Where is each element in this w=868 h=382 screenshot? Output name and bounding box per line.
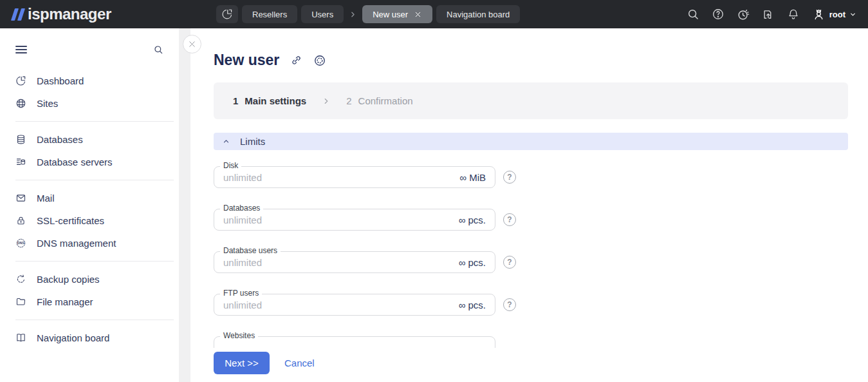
step-confirmation[interactable]: 2 Confirmation <box>346 95 412 106</box>
field-database-users: Database users ∞ pcs. ? <box>214 251 495 273</box>
sidebar-item-label: Sites <box>37 98 58 109</box>
tab-label: New user <box>373 10 408 19</box>
tab-bar: Resellers Users New user Navigation boar… <box>216 5 520 23</box>
field-label: Websites <box>220 331 258 340</box>
step-number: 1 <box>233 95 238 106</box>
close-form-button[interactable] <box>183 35 201 53</box>
folder-icon <box>15 296 26 307</box>
sidebar-divider <box>15 320 174 320</box>
user-menu[interactable]: root <box>812 8 856 21</box>
help-glyph: ? <box>507 300 512 309</box>
sidebar-item-label: DNS management <box>37 238 116 249</box>
field-unit: ∞ pcs. <box>459 300 486 310</box>
search-icon[interactable] <box>687 8 700 21</box>
help-glyph: ? <box>507 173 512 182</box>
topbar-actions: root <box>687 8 868 21</box>
field-label: Disk <box>220 161 241 170</box>
disk-input[interactable] <box>223 172 459 183</box>
help-circle-icon[interactable]: ? <box>503 298 516 311</box>
close-tab-icon[interactable] <box>414 10 422 19</box>
help-glyph: ? <box>507 215 512 224</box>
logo-text: ispmanager <box>28 5 111 23</box>
next-button[interactable]: Next >> <box>214 352 270 374</box>
dashboard-tab-button[interactable] <box>216 5 238 23</box>
title-row: New user <box>214 52 326 69</box>
sidebar-item-mail[interactable]: Mail <box>0 187 179 209</box>
sidebar-item-navigation-board[interactable]: Navigation board <box>0 327 179 349</box>
field-databases: Databases ∞ pcs. ? <box>214 209 495 231</box>
sidebar-item-databases[interactable]: Databases <box>0 128 179 151</box>
clock-icon[interactable] <box>737 8 750 21</box>
field-label: Databases <box>220 204 263 213</box>
wizard-stepper: 1 Main settings 2 Confirmation <box>214 82 848 119</box>
close-icon <box>187 39 197 49</box>
chevron-up-icon <box>222 137 230 146</box>
sidebar-header <box>0 28 179 61</box>
sidebar-item-ssl-certificates[interactable]: SSL-certificates <box>0 209 179 232</box>
folder-upload-icon[interactable] <box>762 8 775 21</box>
field-label: Database users <box>220 246 281 255</box>
tab-label: Users <box>311 10 333 19</box>
field-unit: ∞ pcs. <box>459 257 486 268</box>
logo-slashes-icon <box>13 8 23 21</box>
sidebar-item-sites[interactable]: Sites <box>0 92 179 115</box>
help-icon[interactable] <box>712 8 725 21</box>
step-number: 2 <box>346 95 351 106</box>
sidebar-divider <box>15 261 174 262</box>
user-crown-icon <box>812 8 826 21</box>
sidebar-divider <box>15 180 174 180</box>
sidebar-item-label: Database servers <box>37 157 113 167</box>
field-box: ∞ MiB <box>214 166 495 188</box>
tab-new-user[interactable]: New user <box>362 5 432 23</box>
bell-icon[interactable] <box>787 8 800 21</box>
top-bar: ispmanager Resellers Users New user <box>0 0 868 28</box>
sidebar-item-dashboard[interactable]: Dashboard <box>0 70 179 92</box>
cancel-button[interactable]: Cancel <box>284 352 315 374</box>
chevron-right-icon <box>349 10 357 19</box>
sidebar-search-icon[interactable] <box>153 44 163 55</box>
field-disk: Disk ∞ MiB ? <box>214 166 495 188</box>
tab-users[interactable]: Users <box>301 5 344 23</box>
limits-fields: Disk ∞ MiB ? Databases ∞ pcs. ? Database… <box>214 166 495 379</box>
lock-icon <box>15 215 26 226</box>
chevron-down-icon <box>849 11 856 18</box>
tab-navigation-board[interactable]: Navigation board <box>436 5 520 23</box>
sidebar-menu: Dashboard Sites Databases Database serve… <box>0 70 179 349</box>
svg-text:DNS: DNS <box>17 241 24 245</box>
section-title: Limits <box>240 136 265 147</box>
field-unit: ∞ MiB <box>459 172 486 183</box>
book-icon <box>15 332 26 343</box>
sidebar-item-dns-management[interactable]: DNS DNS management <box>0 232 179 254</box>
username: root <box>829 10 845 19</box>
databases-input[interactable] <box>223 215 459 225</box>
globe-icon <box>15 98 26 109</box>
pie-chart-icon <box>221 8 233 20</box>
limits-section-header[interactable]: Limits <box>214 133 848 150</box>
step-main-settings[interactable]: 1 Main settings <box>233 95 306 106</box>
link-icon[interactable] <box>290 54 302 66</box>
field-ftp-users: FTP users ∞ pcs. ? <box>214 294 495 316</box>
help-circle-icon[interactable]: ? <box>503 171 516 184</box>
field-unit: ∞ pcs. <box>459 215 486 225</box>
sidebar: Dashboard Sites Databases Database serve… <box>0 28 179 382</box>
help-circle-icon[interactable]: ? <box>503 213 516 226</box>
form-footer: Next >> Cancel <box>190 348 868 382</box>
sidebar-item-label: Mail <box>37 193 55 204</box>
gear-icon[interactable] <box>313 54 326 67</box>
app-logo[interactable]: ispmanager <box>0 5 216 23</box>
sidebar-item-file-manager[interactable]: File manager <box>0 291 179 313</box>
sidebar-item-database-servers[interactable]: Database servers <box>0 151 179 173</box>
tab-label: Resellers <box>252 10 287 19</box>
tab-resellers[interactable]: Resellers <box>242 5 297 23</box>
main-content: New user 1 Main settings 2 Confirmation <box>190 28 868 382</box>
backup-icon <box>15 274 26 285</box>
field-label: FTP users <box>220 289 262 298</box>
sidebar-item-backup-copies[interactable]: Backup copies <box>0 268 179 291</box>
database-users-input[interactable] <box>223 257 459 268</box>
database-servers-icon <box>15 157 26 167</box>
hamburger-menu-icon[interactable] <box>15 44 27 55</box>
sidebar-item-label: Databases <box>37 134 83 145</box>
ispmanager-app: ispmanager Resellers Users New user <box>0 0 868 382</box>
help-circle-icon[interactable]: ? <box>503 256 516 269</box>
ftp-users-input[interactable] <box>223 300 459 310</box>
